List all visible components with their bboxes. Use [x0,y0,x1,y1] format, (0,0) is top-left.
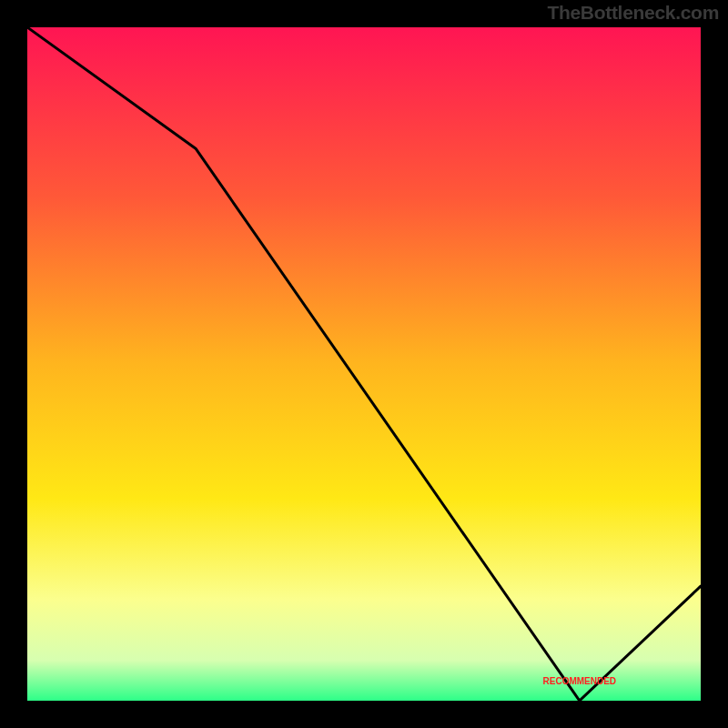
chart-frame: TheBottleneck.com RECOMMENDED [0,0,728,728]
recommended-annotation: RECOMMENDED [543,676,617,686]
data-line [27,27,701,701]
plot-area: RECOMMENDED [27,27,701,701]
data-line-layer [27,27,701,701]
watermark-text: TheBottleneck.com [547,2,719,24]
